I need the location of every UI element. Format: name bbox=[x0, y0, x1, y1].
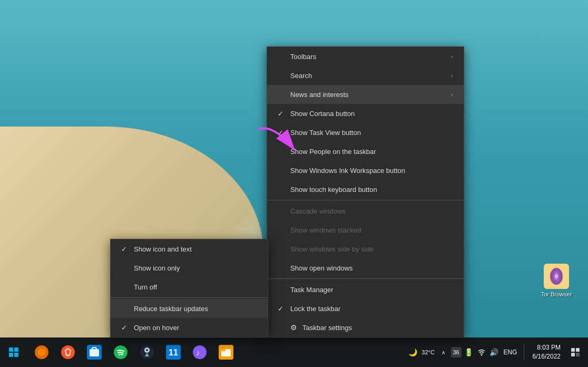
taskbar-files[interactable] bbox=[214, 340, 238, 364]
sub-item-show-icon-only[interactable]: Show icon only bbox=[111, 258, 268, 277]
windows11-icon: 11 bbox=[166, 345, 181, 360]
separator-2 bbox=[267, 278, 464, 279]
check-lock: ✓ bbox=[278, 305, 288, 313]
turn-off-label: Turn off bbox=[134, 283, 157, 291]
svg-point-26 bbox=[481, 355, 482, 356]
taskbar-windows11[interactable]: 11 bbox=[161, 340, 185, 364]
svg-rect-14 bbox=[90, 349, 99, 356]
sub-item-open-hover[interactable]: ✓ Open on hover bbox=[111, 318, 268, 337]
menu-item-people[interactable]: Show People on the taskbar bbox=[267, 142, 464, 161]
svg-rect-6 bbox=[9, 347, 13, 352]
menu-item-stacked: Show windows stacked bbox=[267, 220, 464, 239]
menu-item-settings[interactable]: ⚙ Taskbar settings bbox=[267, 318, 464, 337]
notification-icon bbox=[571, 347, 580, 357]
check-taskview: ✓ bbox=[278, 129, 288, 137]
taskbar-spotify[interactable] bbox=[109, 340, 133, 364]
music-icon: ♪ bbox=[192, 345, 207, 360]
taskbar-music[interactable]: ♪ bbox=[188, 340, 212, 364]
news-label: News and interests bbox=[290, 91, 349, 99]
svg-rect-8 bbox=[9, 353, 13, 357]
wifi-signal bbox=[477, 348, 486, 356]
tor-browser-icon[interactable]: Tor Browser bbox=[535, 264, 577, 297]
menu-item-cortana[interactable]: ✓ Show Cortana button bbox=[267, 104, 464, 123]
spotify-icon bbox=[113, 345, 128, 360]
check-hover: ✓ bbox=[121, 324, 132, 332]
menu-item-search[interactable]: Search › bbox=[267, 66, 464, 85]
svg-rect-25 bbox=[221, 349, 226, 351]
menu-item-news[interactable]: News and interests › bbox=[267, 85, 464, 104]
volume-icon[interactable]: 🔊 bbox=[489, 347, 499, 358]
sub-item-show-icon-text[interactable]: ✓ Show icon and text bbox=[111, 239, 268, 258]
svg-rect-29 bbox=[571, 353, 575, 356]
svg-rect-7 bbox=[14, 347, 18, 352]
taskmanager-label: Task Manager bbox=[290, 286, 334, 294]
taskbar-app-list: 11 ♪ bbox=[27, 340, 240, 364]
svg-point-4 bbox=[555, 275, 558, 278]
settings-label: Taskbar settings bbox=[302, 324, 352, 332]
steam-icon bbox=[140, 345, 154, 360]
notification-center-button[interactable] bbox=[567, 342, 584, 363]
taskbar-store[interactable] bbox=[82, 340, 106, 364]
search-label: Search bbox=[290, 72, 312, 80]
moon-icon[interactable]: 🌙 bbox=[408, 347, 418, 358]
hover-label: Open on hover bbox=[134, 324, 179, 332]
svg-point-18 bbox=[146, 349, 148, 351]
lock-label: Lock the taskbar bbox=[290, 305, 340, 313]
firefox-icon bbox=[34, 345, 49, 360]
menu-item-touch[interactable]: Show touch keyboard button bbox=[267, 180, 464, 199]
touch-label: Show touch keyboard button bbox=[290, 186, 377, 194]
svg-rect-9 bbox=[14, 353, 18, 357]
tray-expand-icon[interactable]: ∧ bbox=[438, 347, 449, 358]
tor-icon-svg bbox=[544, 264, 569, 289]
cortana-label: Show Cortana button bbox=[290, 110, 355, 118]
reduce-label: Reduce taskbar updates bbox=[134, 305, 208, 313]
taskbar: 11 ♪ 🌙 32°C ∧ 36 🔋 bbox=[0, 337, 588, 367]
svg-text:11: 11 bbox=[169, 348, 178, 357]
main-context-menu: Toolbars › Search › News and interests ›… bbox=[267, 46, 464, 337]
start-button[interactable] bbox=[0, 337, 27, 367]
taskbar-firefox[interactable] bbox=[30, 340, 54, 364]
brave-icon bbox=[61, 345, 75, 360]
check-cortana: ✓ bbox=[278, 110, 288, 118]
stacked-label: Show windows stacked bbox=[290, 226, 361, 234]
menu-item-lock[interactable]: ✓ Lock the taskbar bbox=[267, 299, 464, 318]
clock-display[interactable]: 8:03 PM 6/16/2022 bbox=[528, 343, 565, 361]
menu-item-cascade: Cascade windows bbox=[267, 201, 464, 220]
menu-item-ink[interactable]: Show Windows Ink Workspace button bbox=[267, 161, 464, 180]
menu-item-taskmanager[interactable]: Task Manager bbox=[267, 280, 464, 299]
taskbar-brave[interactable] bbox=[56, 340, 80, 364]
sub-context-menu: ✓ Show icon and text Show icon only Turn… bbox=[110, 239, 268, 337]
clock-time: 8:03 PM bbox=[533, 343, 561, 352]
menu-item-toolbars[interactable]: Toolbars › bbox=[267, 47, 464, 66]
cascade-label: Cascade windows bbox=[290, 207, 346, 215]
icon-text-label: Show icon and text bbox=[134, 245, 192, 253]
language-label[interactable]: ENG bbox=[502, 349, 520, 356]
arrow-toolbars: › bbox=[451, 53, 453, 60]
separator-1 bbox=[267, 200, 464, 200]
temperature-display: 32°C bbox=[420, 347, 436, 358]
people-label: Show People on the taskbar bbox=[290, 148, 376, 156]
system-tray: 🌙 32°C ∧ 36 🔋 🔊 ENG 8:03 PM 6/16/2022 bbox=[408, 342, 588, 363]
svg-rect-28 bbox=[576, 348, 580, 352]
taskview-label: Show Task View button bbox=[290, 129, 361, 137]
menu-item-taskview[interactable]: ✓ Show Task View button bbox=[267, 123, 464, 142]
arrow-search: › bbox=[451, 72, 453, 79]
wifi-icon[interactable] bbox=[476, 347, 487, 358]
sub-item-reduce-updates[interactable]: Reduce taskbar updates bbox=[111, 299, 268, 318]
arrow-news: › bbox=[451, 91, 453, 98]
taskbar-steam[interactable] bbox=[135, 340, 159, 364]
battery-icon[interactable]: 🔋 bbox=[464, 347, 474, 358]
toolbars-label: Toolbars bbox=[290, 53, 316, 61]
tor-browser-label: Tor Browser bbox=[535, 291, 577, 297]
icon-only-label: Show icon only bbox=[134, 264, 180, 272]
settings-gear-icon: ⚙ bbox=[290, 323, 297, 332]
svg-rect-27 bbox=[571, 348, 575, 352]
sub-item-turn-off[interactable]: Turn off bbox=[111, 277, 268, 296]
menu-item-openwindows[interactable]: Show open windows bbox=[267, 258, 464, 277]
windows-logo bbox=[9, 347, 18, 357]
svg-text:♪: ♪ bbox=[196, 348, 200, 357]
menu-item-sidebyside: Show windows side by side bbox=[267, 239, 464, 258]
ink-label: Show Windows Ink Workspace button bbox=[290, 167, 405, 175]
openwindows-label: Show open windows bbox=[290, 264, 353, 272]
files-icon bbox=[219, 345, 233, 360]
